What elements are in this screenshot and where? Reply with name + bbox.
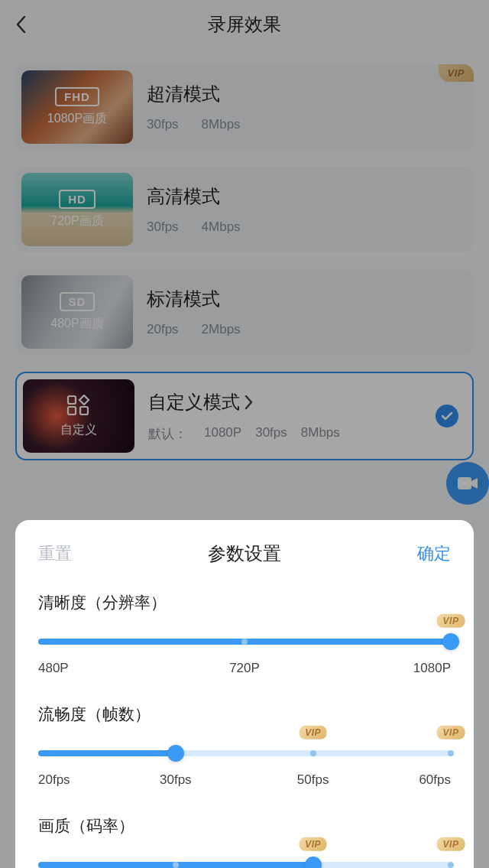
tick-label: 20fps — [38, 772, 70, 788]
mode-thumb: HD 720P画质 — [21, 173, 133, 246]
mode-bitrate: 2Mbps — [202, 322, 241, 337]
tick-label: 30fps — [160, 772, 192, 788]
mode-card-fhd[interactable]: VIP FHD 1080P画质 超清模式 30fps 8Mbps — [15, 64, 474, 150]
mode-bitrate: 8Mbps — [202, 117, 241, 132]
custom-fps: 30fps — [255, 425, 287, 443]
chevron-right-icon — [244, 395, 254, 410]
confirm-button[interactable]: 确定 — [417, 542, 451, 565]
quality-badge: FHD — [55, 87, 99, 106]
thumb-label: 1080P画质 — [47, 111, 107, 127]
mode-thumb: FHD 1080P画质 — [21, 70, 133, 144]
bitrate-slider[interactable]: VIP VIP — [38, 857, 451, 868]
default-label: 默认： — [148, 425, 187, 443]
mode-thumb: SD 480P画质 — [21, 275, 133, 349]
mode-bitrate: 4Mbps — [202, 219, 241, 235]
svg-rect-2 — [80, 407, 88, 414]
thumb-label: 720P画质 — [50, 213, 103, 229]
param-label-bitrate: 画质（码率） — [38, 815, 451, 837]
vip-badge: VIP — [437, 837, 465, 851]
fps-slider[interactable]: VIP VIP — [38, 745, 451, 762]
custom-res: 1080P — [204, 425, 241, 443]
video-camera-icon — [457, 476, 478, 491]
vip-badge: VIP — [299, 837, 327, 851]
quality-badge: HD — [59, 190, 96, 209]
tick-label: 720P — [229, 661, 260, 676]
tick-label: 1080P — [413, 661, 451, 676]
mode-card-sd[interactable]: SD 480P画质 标清模式 20fps 2Mbps — [15, 269, 474, 355]
mode-fps: 30fps — [147, 117, 179, 132]
param-label-fps: 流畅度（帧数） — [38, 704, 451, 725]
mode-thumb: 自定义 — [23, 379, 134, 453]
vip-badge: VIP — [299, 726, 327, 740]
vip-badge: VIP — [437, 726, 465, 740]
svg-rect-3 — [458, 477, 471, 489]
vip-badge: VIP — [439, 64, 474, 82]
svg-rect-1 — [68, 407, 76, 414]
thumb-label: 自定义 — [60, 422, 97, 438]
custom-icon — [66, 395, 91, 419]
sheet-title: 参数设置 — [208, 541, 281, 566]
mode-title: 高清模式 — [147, 184, 468, 209]
vip-badge: VIP — [437, 614, 465, 628]
record-float-button[interactable] — [446, 462, 489, 505]
param-label-resolution: 清晰度（分辨率） — [38, 592, 451, 613]
tick-label: 480P — [38, 661, 69, 676]
thumb-label: 480P画质 — [50, 316, 103, 332]
reset-button[interactable]: 重置 — [38, 542, 72, 565]
mode-card-custom[interactable]: 自定义 自定义模式 默认： 1080P 30fps 8Mbps — [15, 372, 474, 460]
svg-rect-0 — [68, 396, 76, 404]
back-button[interactable] — [15, 9, 46, 40]
quality-badge: SD — [60, 292, 96, 311]
tick-label: 50fps — [297, 772, 329, 788]
chevron-left-icon — [15, 15, 26, 34]
mode-fps: 20fps — [147, 322, 179, 337]
custom-bitrate: 8Mbps — [301, 425, 340, 443]
tick-label: 60fps — [419, 772, 451, 788]
resolution-slider[interactable]: VIP — [38, 633, 451, 650]
page-title: 录屏效果 — [46, 12, 443, 37]
params-sheet: 重置 参数设置 确定 清晰度（分辨率） VIP 480P 720P 1080P … — [15, 520, 474, 868]
selected-check-icon — [436, 405, 458, 427]
mode-title: 标清模式 — [147, 287, 468, 311]
mode-title: 超清模式 — [147, 82, 468, 106]
mode-title: 自定义模式 — [148, 390, 240, 414]
mode-card-hd[interactable]: HD 720P画质 高清模式 30fps 4Mbps — [15, 167, 474, 252]
mode-fps: 30fps — [147, 219, 179, 235]
